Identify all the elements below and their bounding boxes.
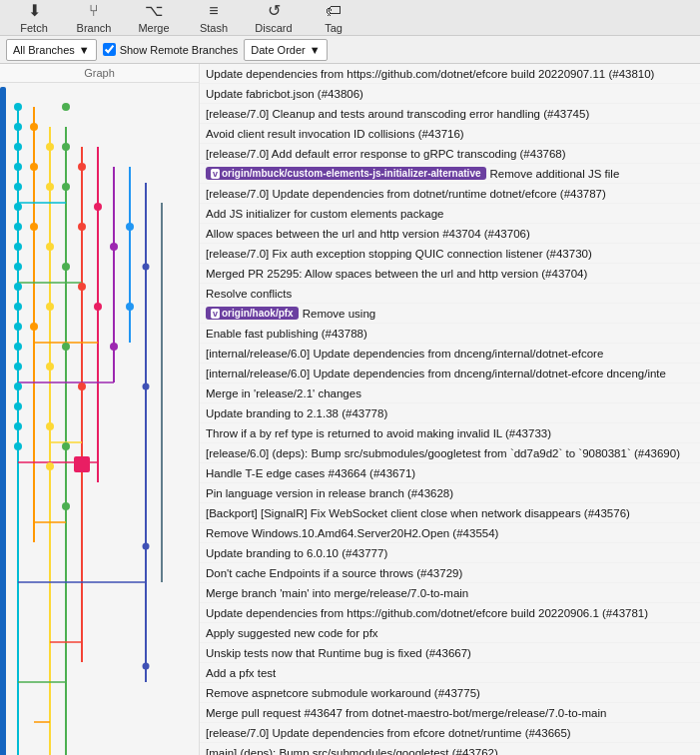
svg-point-62 <box>94 303 102 311</box>
stash-icon: ≡ <box>209 2 218 20</box>
svg-point-65 <box>110 343 118 351</box>
commit-row[interactable]: Remove aspnetcore submodule workaround (… <box>200 683 700 703</box>
commit-message: Update dependencies from https://github.… <box>206 607 648 619</box>
svg-point-71 <box>143 663 150 670</box>
fetch-button[interactable]: ⬇ Fetch <box>4 1 64 35</box>
merge-icon: ⌥ <box>145 1 163 20</box>
commit-after-text: Remove using <box>303 308 376 320</box>
commit-row[interactable]: Update branding to 2.1.38 (#43778) <box>200 403 700 423</box>
commit-row[interactable]: Don't cache Endpoints if a source throws… <box>200 563 700 583</box>
commit-row[interactable]: Update fabricbot.json (#43806) <box>200 84 700 104</box>
commit-row[interactable]: Merge pull request #43647 from dotnet-ma… <box>200 703 700 723</box>
svg-point-28 <box>14 243 22 251</box>
commit-row[interactable]: Merged PR 25295: Allow spaces between th… <box>200 264 700 284</box>
commit-row[interactable]: Throw if a by ref type is returned to av… <box>200 423 700 443</box>
svg-point-52 <box>62 183 70 191</box>
commit-message: Add JS initializer for custom elements p… <box>206 208 443 220</box>
svg-point-26 <box>14 203 22 211</box>
commit-row[interactable]: vorigin/mbuck/custom-elements-js-initial… <box>200 164 700 184</box>
show-remote-checkbox-label[interactable]: Show Remote Branches <box>103 43 239 56</box>
commit-row[interactable]: [release/7.0] Update dependencies from d… <box>200 184 700 204</box>
commit-row[interactable]: [main] (deps): Bump src/submodules/googl… <box>200 743 700 755</box>
svg-point-22 <box>14 123 22 131</box>
show-remote-label: Show Remote Branches <box>120 44 239 56</box>
commit-message: Allow spaces between the url and http ve… <box>206 228 530 240</box>
svg-point-69 <box>143 383 150 390</box>
svg-point-66 <box>126 223 134 231</box>
main-area: Graph <box>0 64 700 755</box>
svg-point-25 <box>14 183 22 191</box>
commit-message: Enable fast publishing (#43788) <box>206 328 367 340</box>
svg-point-44 <box>46 183 54 191</box>
commit-row[interactable]: Resolve conflicts <box>200 284 700 304</box>
filter-bar: All Branches ▼ Show Remote Branches Date… <box>0 36 700 64</box>
commit-message: Don't cache Endpoints if a source throws… <box>206 567 462 579</box>
stash-button[interactable]: ≡ Stash <box>184 1 244 35</box>
commit-row[interactable]: [Backport] [SignalR] Fix WebSocket clien… <box>200 503 700 523</box>
svg-point-45 <box>46 243 54 251</box>
svg-point-39 <box>30 123 38 131</box>
svg-point-53 <box>62 263 70 271</box>
commit-message: Remove Windows.10.Amd64.Server20H2.Open … <box>206 527 498 539</box>
branch-button[interactable]: ⑂ Branch <box>64 1 124 35</box>
commit-row[interactable]: Enable fast publishing (#43788) <box>200 324 700 344</box>
commit-after-text: Remove additional JS file <box>490 168 620 180</box>
date-order-chevron-icon: ▼ <box>310 44 321 56</box>
commit-row[interactable]: [release/7.0] Update dependencies from e… <box>200 723 700 743</box>
commit-row[interactable]: [release/6.0] (deps): Bump src/submodule… <box>200 443 700 463</box>
commit-row[interactable]: [release/7.0] Add default error response… <box>200 144 700 164</box>
svg-point-32 <box>14 323 22 331</box>
svg-point-55 <box>62 442 70 450</box>
commit-row[interactable]: vorigin/haok/pfx Remove using <box>200 304 700 324</box>
commit-message: Unskip tests now that Runtime bug is fix… <box>206 647 471 659</box>
commit-row[interactable]: Remove Windows.10.Amd64.Server20H2.Open … <box>200 523 700 543</box>
svg-point-61 <box>94 203 102 211</box>
commit-row[interactable]: Add a pfx test <box>200 663 700 683</box>
commit-row[interactable]: [release/7.0] Fix auth exception stoppin… <box>200 244 700 264</box>
date-order-dropdown[interactable]: Date Order ▼ <box>244 39 327 61</box>
commit-message: Merge branch 'main' into merge/release/7… <box>206 587 468 599</box>
commit-row[interactable]: Merge branch 'main' into merge/release/7… <box>200 583 700 603</box>
commit-message: Add a pfx test <box>206 667 276 679</box>
commit-row[interactable]: Allow spaces between the url and http ve… <box>200 224 700 244</box>
commit-row[interactable]: Avoid client result invocation ID collis… <box>200 124 700 144</box>
svg-point-41 <box>30 223 38 231</box>
commit-row[interactable]: Apply suggested new code for pfx <box>200 623 700 643</box>
fetch-icon: ⬇ <box>28 1 41 20</box>
commit-message: Throw if a by ref type is returned to av… <box>206 427 551 439</box>
merge-button[interactable]: ⌥ Merge <box>124 1 184 35</box>
commit-message: [release/6.0] (deps): Bump src/submodule… <box>206 447 680 459</box>
commit-message: Resolve conflicts <box>206 288 292 300</box>
commit-row[interactable]: Update dependencies from https://github.… <box>200 603 700 623</box>
commit-message: [internal/release/6.0] Update dependenci… <box>206 368 666 379</box>
discard-label: Discard <box>255 22 292 34</box>
tag-button[interactable]: 🏷 Tag <box>304 1 363 35</box>
svg-point-47 <box>46 363 54 371</box>
tag-label: Tag <box>325 22 343 34</box>
commit-message: Pin language version in release branch (… <box>206 487 453 499</box>
discard-button[interactable]: ↺ Discard <box>244 1 304 35</box>
commit-row[interactable]: [internal/release/6.0] Update dependenci… <box>200 364 700 383</box>
commit-row[interactable]: [internal/release/6.0] Update dependenci… <box>200 344 700 364</box>
svg-point-36 <box>14 402 22 410</box>
svg-point-29 <box>14 263 22 271</box>
stash-label: Stash <box>200 22 228 34</box>
commit-row[interactable]: Pin language version in release branch (… <box>200 483 700 503</box>
commit-row[interactable]: Update dependencies from https://github.… <box>200 64 700 84</box>
svg-point-42 <box>30 323 38 331</box>
commit-row[interactable]: Update branding to 6.0.10 (#43777) <box>200 543 700 563</box>
commit-row[interactable]: Merge in 'release/2.1' changes <box>200 383 700 403</box>
commit-row[interactable]: Add JS initializer for custom elements p… <box>200 204 700 224</box>
svg-point-40 <box>30 163 38 171</box>
svg-point-24 <box>14 163 22 171</box>
all-branches-dropdown[interactable]: All Branches ▼ <box>6 39 97 61</box>
graph-header: Graph <box>0 64 199 83</box>
svg-point-68 <box>143 264 150 271</box>
commit-row[interactable]: Unskip tests now that Runtime bug is fix… <box>200 643 700 663</box>
commit-row[interactable]: [release/7.0] Cleanup and tests around t… <box>200 104 700 124</box>
commit-message: Update dependencies from https://github.… <box>206 68 654 80</box>
show-remote-checkbox[interactable] <box>103 43 116 56</box>
svg-point-48 <box>46 422 54 430</box>
commit-row[interactable]: Handle T-E edge cases #43664 (#43671) <box>200 463 700 483</box>
svg-point-67 <box>126 303 134 311</box>
